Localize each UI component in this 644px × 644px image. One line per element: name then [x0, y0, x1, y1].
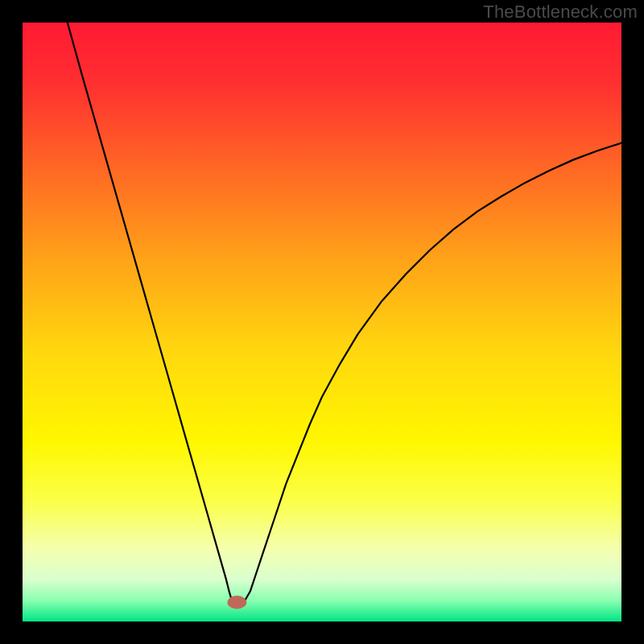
- watermark-label: TheBottleneck.com: [483, 2, 638, 23]
- plot-area: [23, 23, 621, 621]
- gradient-rect: [23, 23, 621, 621]
- chart-frame: TheBottleneck.com: [0, 0, 644, 644]
- chart-svg: [23, 23, 621, 621]
- bottleneck-marker: [227, 596, 246, 609]
